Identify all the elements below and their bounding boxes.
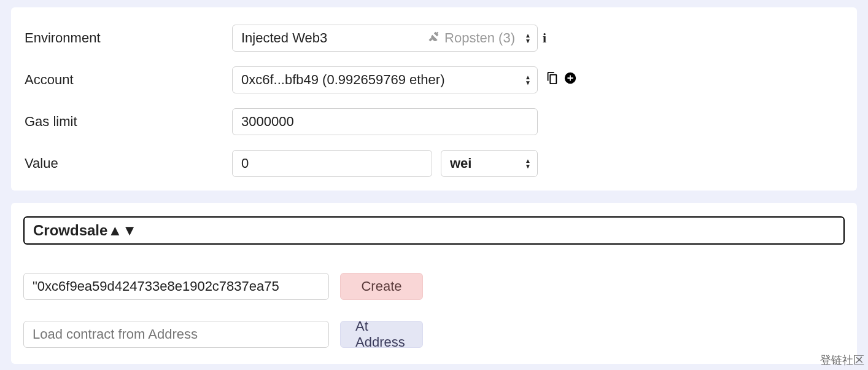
environment-select[interactable]: Injected Web3 Ropsten (3) ▲▼ [232,25,538,52]
contract-selected-value: Crowdsale [33,222,107,239]
caret-icon: ▲▼ [525,159,531,169]
value-label: Value [23,155,232,171]
constructor-params-input[interactable]: "0xc6f9ea59d424733e8e1902c7837ea75 [23,273,329,300]
account-label: Account [23,72,232,88]
contract-select[interactable]: Crowdsale ▲▼ [23,216,845,245]
value-unit-selected: wei [450,155,471,171]
environment-network: Ropsten (3) [427,30,515,46]
value-unit-select[interactable]: wei ▲▼ [441,150,538,177]
constructor-params-value: "0xc6f9ea59d424733e8e1902c7837ea75 [33,278,279,294]
create-row: "0xc6f9ea59d424733e8e1902c7837ea75 Creat… [23,273,845,300]
environment-row: Environment Injected Web3 Ropsten (3) ▲▼… [23,25,845,52]
gas-limit-label: Gas limit [23,114,232,130]
plus-circle-icon[interactable] [564,71,577,89]
copy-icon[interactable] [545,71,559,89]
gas-limit-input[interactable] [232,108,538,135]
at-address-row: At Address [23,321,845,348]
environment-network-text: Ropsten (3) [444,30,515,46]
run-config-panel: Environment Injected Web3 Ropsten (3) ▲▼… [11,7,857,191]
at-address-button[interactable]: At Address [340,321,423,348]
account-selected-value: 0xc6f...bfb49 (0.992659769 ether) [241,72,444,88]
value-input[interactable] [232,150,432,177]
gas-limit-row: Gas limit [23,108,845,135]
deploy-panel: Crowdsale ▲▼ "0xc6f9ea59d424733e8e1902c7… [11,203,857,364]
account-row: Account 0xc6f...bfb49 (0.992659769 ether… [23,66,845,93]
caret-icon: ▲▼ [107,222,137,239]
caret-icon: ▲▼ [525,33,531,44]
environment-label: Environment [23,30,232,46]
watermark-text: 登链社区 [820,353,864,368]
at-address-input[interactable] [23,321,329,348]
plug-icon [427,31,440,46]
environment-selected-value: Injected Web3 [241,30,327,46]
caret-icon: ▲▼ [525,75,531,85]
account-select[interactable]: 0xc6f...bfb49 (0.992659769 ether) ▲▼ [232,66,538,93]
create-button[interactable]: Create [340,273,423,300]
info-icon[interactable]: i [543,30,557,46]
value-row: Value wei ▲▼ [23,150,845,177]
